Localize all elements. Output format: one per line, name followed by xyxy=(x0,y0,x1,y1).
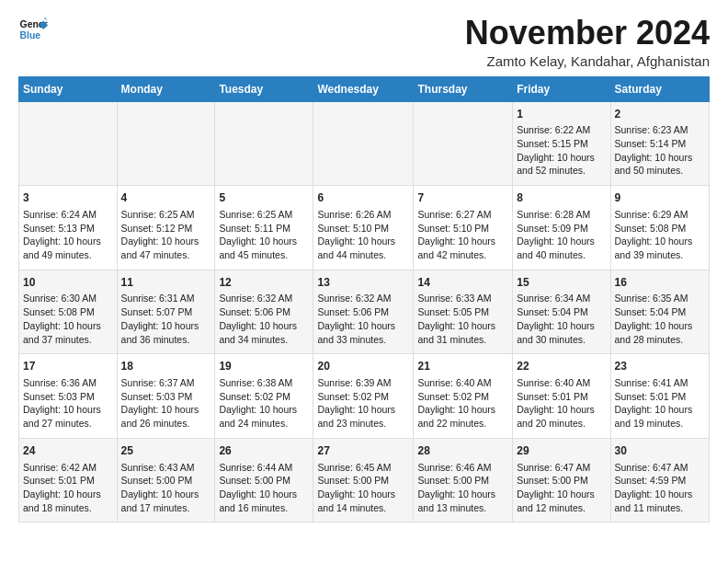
weekday-header-monday: Monday xyxy=(117,76,215,101)
day-info-text: Sunset: 5:03 PM xyxy=(121,390,211,404)
logo-icon: General Blue xyxy=(18,15,48,44)
calendar-cell: 15Sunrise: 6:34 AMSunset: 5:04 PMDayligh… xyxy=(513,270,610,354)
day-info-text: Daylight: 10 hours and 49 minutes. xyxy=(23,235,113,261)
day-info-text: Sunrise: 6:22 AM xyxy=(517,123,606,137)
day-info-text: Sunset: 5:00 PM xyxy=(317,474,409,488)
day-info-text: Sunset: 5:10 PM xyxy=(317,222,409,236)
day-number: 24 xyxy=(23,443,113,459)
weekday-header-friday: Friday xyxy=(513,76,610,101)
calendar-cell: 27Sunrise: 6:45 AMSunset: 5:00 PMDayligh… xyxy=(313,438,414,523)
day-info-text: Daylight: 10 hours and 19 minutes. xyxy=(615,403,705,430)
day-info-text: Daylight: 10 hours and 13 minutes. xyxy=(417,488,508,514)
day-info-text: Sunrise: 6:38 AM xyxy=(219,376,309,390)
calendar-week-row: 1Sunrise: 6:22 AMSunset: 5:15 PMDaylight… xyxy=(19,101,710,186)
calendar-cell xyxy=(117,101,215,186)
day-number: 27 xyxy=(317,443,409,459)
day-info-text: Daylight: 10 hours and 33 minutes. xyxy=(317,319,409,346)
calendar-cell: 4Sunrise: 6:25 AMSunset: 5:12 PMDaylight… xyxy=(117,186,215,270)
day-info-text: Daylight: 10 hours and 44 minutes. xyxy=(317,235,409,261)
day-number: 30 xyxy=(615,443,705,459)
calendar-week-row: 24Sunrise: 6:42 AMSunset: 5:01 PMDayligh… xyxy=(19,438,710,523)
calendar-cell: 1Sunrise: 6:22 AMSunset: 5:15 PMDaylight… xyxy=(513,101,610,186)
calendar-cell: 12Sunrise: 6:32 AMSunset: 5:06 PMDayligh… xyxy=(215,270,313,354)
day-info-text: Daylight: 10 hours and 42 minutes. xyxy=(417,235,508,261)
day-number: 3 xyxy=(23,190,113,206)
day-number: 15 xyxy=(517,275,606,291)
day-info-text: Sunset: 5:02 PM xyxy=(417,390,508,404)
day-info-text: Sunrise: 6:35 AM xyxy=(615,292,705,305)
day-number: 21 xyxy=(417,359,508,374)
day-info-text: Sunrise: 6:25 AM xyxy=(219,208,309,222)
weekday-header-thursday: Thursday xyxy=(414,76,513,101)
calendar-cell xyxy=(215,101,313,186)
calendar-header: SundayMondayTuesdayWednesdayThursdayFrid… xyxy=(19,76,710,101)
day-info-text: Sunset: 5:10 PM xyxy=(417,222,508,236)
calendar-cell: 13Sunrise: 6:32 AMSunset: 5:06 PMDayligh… xyxy=(313,270,414,354)
svg-text:Blue: Blue xyxy=(20,30,41,40)
day-info-text: Daylight: 10 hours and 20 minutes. xyxy=(517,403,606,430)
day-number: 16 xyxy=(615,275,705,291)
day-number: 20 xyxy=(317,359,409,374)
day-info-text: Sunrise: 6:30 AM xyxy=(23,292,113,305)
day-info-text: Daylight: 10 hours and 22 minutes. xyxy=(417,403,508,430)
calendar-cell: 3Sunrise: 6:24 AMSunset: 5:13 PMDaylight… xyxy=(19,186,118,270)
calendar-cell: 8Sunrise: 6:28 AMSunset: 5:09 PMDaylight… xyxy=(513,186,610,270)
calendar-cell: 18Sunrise: 6:37 AMSunset: 5:03 PMDayligh… xyxy=(117,354,215,439)
day-number: 14 xyxy=(417,275,508,291)
calendar-week-row: 17Sunrise: 6:36 AMSunset: 5:03 PMDayligh… xyxy=(19,354,710,439)
day-info-text: Daylight: 10 hours and 28 minutes. xyxy=(615,319,705,346)
day-info-text: Daylight: 10 hours and 23 minutes. xyxy=(317,403,409,430)
day-info-text: Sunset: 5:08 PM xyxy=(615,222,705,236)
day-info-text: Daylight: 10 hours and 27 minutes. xyxy=(23,403,113,430)
month-title: November 2024 xyxy=(465,15,710,52)
day-number: 8 xyxy=(517,190,606,206)
calendar-cell: 29Sunrise: 6:47 AMSunset: 5:00 PMDayligh… xyxy=(513,438,610,523)
day-info-text: Daylight: 10 hours and 39 minutes. xyxy=(615,235,705,261)
calendar-cell: 24Sunrise: 6:42 AMSunset: 5:01 PMDayligh… xyxy=(19,438,118,523)
day-info-text: Sunset: 5:15 PM xyxy=(517,137,606,151)
calendar-cell: 16Sunrise: 6:35 AMSunset: 5:04 PMDayligh… xyxy=(610,270,709,354)
day-info-text: Sunset: 5:04 PM xyxy=(615,305,705,319)
day-info-text: Daylight: 10 hours and 37 minutes. xyxy=(23,319,113,346)
day-info-text: Sunset: 5:11 PM xyxy=(219,222,309,236)
day-info-text: Sunrise: 6:34 AM xyxy=(517,292,606,305)
day-info-text: Sunrise: 6:47 AM xyxy=(615,461,705,475)
day-number: 28 xyxy=(417,443,508,459)
day-info-text: Sunset: 5:02 PM xyxy=(219,390,309,404)
day-info-text: Sunset: 5:01 PM xyxy=(517,390,606,404)
day-info-text: Sunrise: 6:47 AM xyxy=(517,461,606,475)
page-header: General Blue November 2024 Zamto Kelay, … xyxy=(18,15,710,69)
calendar-cell: 10Sunrise: 6:30 AMSunset: 5:08 PMDayligh… xyxy=(19,270,118,354)
calendar-cell: 17Sunrise: 6:36 AMSunset: 5:03 PMDayligh… xyxy=(19,354,118,439)
calendar-cell xyxy=(313,101,414,186)
calendar-cell: 22Sunrise: 6:40 AMSunset: 5:01 PMDayligh… xyxy=(513,354,610,439)
day-number: 11 xyxy=(121,275,211,291)
calendar-cell: 30Sunrise: 6:47 AMSunset: 4:59 PMDayligh… xyxy=(610,438,709,523)
day-info-text: Sunset: 5:06 PM xyxy=(317,305,409,319)
day-info-text: Sunset: 5:01 PM xyxy=(615,390,705,404)
day-info-text: Sunrise: 6:28 AM xyxy=(517,208,606,222)
calendar-cell: 7Sunrise: 6:27 AMSunset: 5:10 PMDaylight… xyxy=(414,186,513,270)
day-info-text: Daylight: 10 hours and 12 minutes. xyxy=(517,488,606,514)
title-block: November 2024 Zamto Kelay, Kandahar, Afg… xyxy=(465,15,710,69)
day-info-text: Sunrise: 6:44 AM xyxy=(219,461,309,475)
calendar-cell: 6Sunrise: 6:26 AMSunset: 5:10 PMDaylight… xyxy=(313,186,414,270)
calendar-cell: 26Sunrise: 6:44 AMSunset: 5:00 PMDayligh… xyxy=(215,438,313,523)
calendar-week-row: 10Sunrise: 6:30 AMSunset: 5:08 PMDayligh… xyxy=(19,270,710,354)
day-info-text: Sunset: 5:14 PM xyxy=(615,137,705,151)
day-info-text: Sunset: 5:13 PM xyxy=(23,222,113,236)
day-info-text: Sunset: 5:00 PM xyxy=(121,474,211,488)
calendar-cell: 9Sunrise: 6:29 AMSunset: 5:08 PMDaylight… xyxy=(610,186,709,270)
day-info-text: Sunrise: 6:41 AM xyxy=(615,376,705,390)
day-info-text: Daylight: 10 hours and 30 minutes. xyxy=(517,319,606,346)
calendar-cell: 2Sunrise: 6:23 AMSunset: 5:14 PMDaylight… xyxy=(610,101,709,186)
day-info-text: Daylight: 10 hours and 36 minutes. xyxy=(121,319,211,346)
calendar-cell: 23Sunrise: 6:41 AMSunset: 5:01 PMDayligh… xyxy=(610,354,709,439)
day-info-text: Sunrise: 6:43 AM xyxy=(121,461,211,475)
day-info-text: Daylight: 10 hours and 14 minutes. xyxy=(317,488,409,514)
day-info-text: Daylight: 10 hours and 24 minutes. xyxy=(219,403,309,430)
day-info-text: Sunset: 5:00 PM xyxy=(417,474,508,488)
day-info-text: Sunrise: 6:25 AM xyxy=(121,208,211,222)
day-info-text: Daylight: 10 hours and 45 minutes. xyxy=(219,235,309,261)
day-number: 29 xyxy=(517,443,606,459)
